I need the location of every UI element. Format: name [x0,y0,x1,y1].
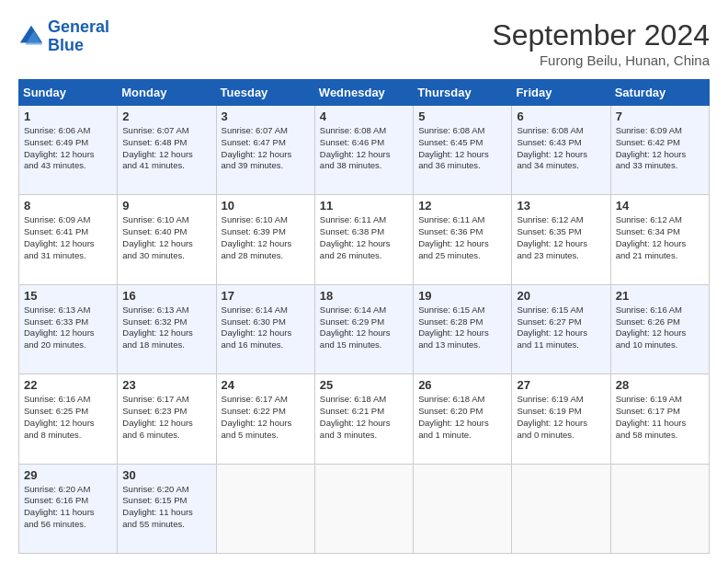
day-number: 12 [418,199,506,213]
day-info: Sunrise: 6:14 AM Sunset: 6:30 PM Dayligh… [222,304,310,351]
calendar-cell: 21Sunrise: 6:16 AM Sunset: 6:26 PM Dayli… [610,284,709,373]
day-number: 26 [418,378,506,392]
day-info: Sunrise: 6:16 AM Sunset: 6:26 PM Dayligh… [616,304,704,351]
day-info: Sunrise: 6:18 AM Sunset: 6:20 PM Dayligh… [418,394,506,441]
day-number: 5 [418,109,506,123]
day-number: 9 [122,199,210,213]
day-info: Sunrise: 6:09 AM Sunset: 6:41 PM Dayligh… [24,214,112,261]
col-monday: Monday [118,80,216,106]
calendar-cell [414,464,512,553]
calendar-cell: 11Sunrise: 6:11 AM Sunset: 6:38 PM Dayli… [314,195,413,284]
day-info: Sunrise: 6:11 AM Sunset: 6:38 PM Dayligh… [320,214,408,261]
day-number: 8 [24,199,112,213]
header: General Blue September 2024 Furong Beilu… [18,18,710,68]
col-friday: Friday [512,80,610,106]
day-number: 4 [320,109,408,123]
title-block: September 2024 Furong Beilu, Hunan, Chin… [492,18,710,68]
day-number: 13 [517,199,605,213]
logo-icon [18,24,44,50]
calendar-header-row: Sunday Monday Tuesday Wednesday Thursday… [19,80,710,106]
day-info: Sunrise: 6:13 AM Sunset: 6:32 PM Dayligh… [122,304,210,351]
calendar-cell [610,464,709,553]
day-number: 17 [222,289,310,303]
calendar-week-4: 22Sunrise: 6:16 AM Sunset: 6:25 PM Dayli… [19,374,710,464]
day-info: Sunrise: 6:10 AM Sunset: 6:40 PM Dayligh… [122,214,210,261]
day-info: Sunrise: 6:15 AM Sunset: 6:28 PM Dayligh… [418,304,506,351]
calendar-cell: 13Sunrise: 6:12 AM Sunset: 6:35 PM Dayli… [512,195,610,284]
calendar-cell: 25Sunrise: 6:18 AM Sunset: 6:21 PM Dayli… [314,374,413,464]
day-info: Sunrise: 6:19 AM Sunset: 6:17 PM Dayligh… [616,394,704,441]
calendar-cell: 8Sunrise: 6:09 AM Sunset: 6:41 PM Daylig… [19,195,118,284]
day-number: 7 [616,109,704,123]
day-number: 23 [122,378,210,392]
day-info: Sunrise: 6:16 AM Sunset: 6:25 PM Dayligh… [24,394,112,441]
calendar-cell: 7Sunrise: 6:09 AM Sunset: 6:42 PM Daylig… [610,106,709,195]
day-info: Sunrise: 6:06 AM Sunset: 6:49 PM Dayligh… [24,125,112,172]
calendar-cell: 17Sunrise: 6:14 AM Sunset: 6:30 PM Dayli… [216,284,314,373]
day-info: Sunrise: 6:15 AM Sunset: 6:27 PM Dayligh… [517,304,605,351]
day-info: Sunrise: 6:12 AM Sunset: 6:34 PM Dayligh… [616,214,704,261]
day-info: Sunrise: 6:10 AM Sunset: 6:39 PM Dayligh… [222,214,310,261]
calendar-cell: 22Sunrise: 6:16 AM Sunset: 6:25 PM Dayli… [19,374,118,464]
calendar-week-2: 8Sunrise: 6:09 AM Sunset: 6:41 PM Daylig… [19,195,710,284]
day-info: Sunrise: 6:20 AM Sunset: 6:16 PM Dayligh… [24,484,112,531]
col-thursday: Thursday [414,80,512,106]
day-info: Sunrise: 6:20 AM Sunset: 6:15 PM Dayligh… [122,484,210,531]
calendar-week-1: 1Sunrise: 6:06 AM Sunset: 6:49 PM Daylig… [19,106,710,195]
calendar-cell: 30Sunrise: 6:20 AM Sunset: 6:15 PM Dayli… [118,464,216,553]
day-number: 1 [24,109,112,123]
day-info: Sunrise: 6:17 AM Sunset: 6:23 PM Dayligh… [122,394,210,441]
day-number: 16 [122,289,210,303]
day-number: 15 [24,289,112,303]
col-sunday: Sunday [19,80,118,106]
day-number: 21 [616,289,704,303]
col-saturday: Saturday [610,80,709,106]
day-number: 2 [122,109,210,123]
day-number: 14 [616,199,704,213]
calendar-cell: 23Sunrise: 6:17 AM Sunset: 6:23 PM Dayli… [118,374,216,464]
calendar-cell: 16Sunrise: 6:13 AM Sunset: 6:32 PM Dayli… [118,284,216,373]
logo: General Blue [18,18,109,55]
day-number: 10 [222,199,310,213]
calendar-cell: 27Sunrise: 6:19 AM Sunset: 6:19 PM Dayli… [512,374,610,464]
day-number: 27 [517,378,605,392]
day-number: 20 [517,289,605,303]
calendar-cell: 19Sunrise: 6:15 AM Sunset: 6:28 PM Dayli… [414,284,512,373]
calendar-cell: 3Sunrise: 6:07 AM Sunset: 6:47 PM Daylig… [216,106,314,195]
day-info: Sunrise: 6:08 AM Sunset: 6:45 PM Dayligh… [418,125,506,172]
calendar-cell: 1Sunrise: 6:06 AM Sunset: 6:49 PM Daylig… [19,106,118,195]
calendar-cell: 6Sunrise: 6:08 AM Sunset: 6:43 PM Daylig… [512,106,610,195]
day-number: 24 [222,378,310,392]
day-number: 30 [122,468,210,482]
calendar-cell: 9Sunrise: 6:10 AM Sunset: 6:40 PM Daylig… [118,195,216,284]
day-number: 28 [616,378,704,392]
day-number: 6 [517,109,605,123]
location: Furong Beilu, Hunan, China [492,52,710,68]
calendar-cell [512,464,610,553]
day-info: Sunrise: 6:09 AM Sunset: 6:42 PM Dayligh… [616,125,704,172]
day-info: Sunrise: 6:07 AM Sunset: 6:48 PM Dayligh… [122,125,210,172]
calendar-cell: 5Sunrise: 6:08 AM Sunset: 6:45 PM Daylig… [414,106,512,195]
calendar-cell: 4Sunrise: 6:08 AM Sunset: 6:46 PM Daylig… [314,106,413,195]
day-number: 19 [418,289,506,303]
month-title: September 2024 [492,18,710,52]
day-info: Sunrise: 6:08 AM Sunset: 6:46 PM Dayligh… [320,125,408,172]
calendar-cell: 14Sunrise: 6:12 AM Sunset: 6:34 PM Dayli… [610,195,709,284]
day-number: 11 [320,199,408,213]
day-number: 25 [320,378,408,392]
logo-general: General [48,17,109,36]
day-info: Sunrise: 6:17 AM Sunset: 6:22 PM Dayligh… [222,394,310,441]
day-info: Sunrise: 6:12 AM Sunset: 6:35 PM Dayligh… [517,214,605,261]
calendar-cell: 2Sunrise: 6:07 AM Sunset: 6:48 PM Daylig… [118,106,216,195]
logo-blue: Blue [48,36,84,54]
col-tuesday: Tuesday [216,80,314,106]
day-number: 3 [222,109,310,123]
calendar-cell [314,464,413,553]
day-number: 29 [24,468,112,482]
calendar-cell: 24Sunrise: 6:17 AM Sunset: 6:22 PM Dayli… [216,374,314,464]
calendar-cell: 10Sunrise: 6:10 AM Sunset: 6:39 PM Dayli… [216,195,314,284]
calendar-cell: 28Sunrise: 6:19 AM Sunset: 6:17 PM Dayli… [610,374,709,464]
day-number: 18 [320,289,408,303]
day-info: Sunrise: 6:11 AM Sunset: 6:36 PM Dayligh… [418,214,506,261]
day-info: Sunrise: 6:07 AM Sunset: 6:47 PM Dayligh… [222,125,310,172]
